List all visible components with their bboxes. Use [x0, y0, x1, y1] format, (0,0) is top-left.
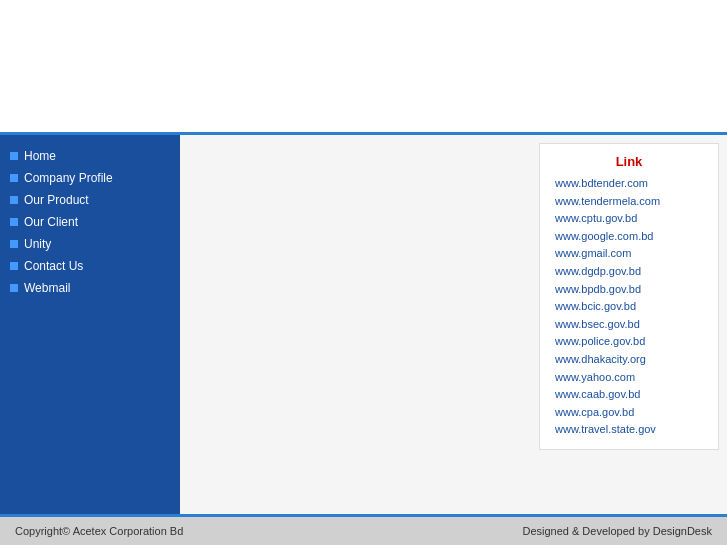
- links-section: Link www.bdtender.comwww.tendermela.comw…: [539, 143, 719, 450]
- links-list: www.bdtender.comwww.tendermela.comwww.cp…: [555, 175, 703, 439]
- external-link[interactable]: www.bsec.gov.bd: [555, 316, 703, 334]
- external-link[interactable]: www.travel.state.gov: [555, 421, 703, 439]
- sidebar-item-webmail[interactable]: Webmail: [0, 277, 180, 299]
- external-link[interactable]: www.tendermela.com: [555, 193, 703, 211]
- sidebar-item-label: Our Product: [24, 193, 89, 207]
- external-link[interactable]: www.yahoo.com: [555, 369, 703, 387]
- sidebar-item-label: Unity: [24, 237, 51, 251]
- main-area: HomeCompany ProfileOur ProductOur Client…: [0, 135, 727, 514]
- external-link[interactable]: www.bdtender.com: [555, 175, 703, 193]
- external-link[interactable]: www.cptu.gov.bd: [555, 210, 703, 228]
- external-link[interactable]: www.gmail.com: [555, 245, 703, 263]
- sidebar-item-contact-us[interactable]: Contact Us: [0, 255, 180, 277]
- external-link[interactable]: www.police.gov.bd: [555, 333, 703, 351]
- external-link[interactable]: www.google.com.bd: [555, 228, 703, 246]
- sidebar-item-label: Our Client: [24, 215, 78, 229]
- external-link[interactable]: www.bpdb.gov.bd: [555, 281, 703, 299]
- external-link[interactable]: www.bcic.gov.bd: [555, 298, 703, 316]
- sidebar-bullet-icon: [10, 240, 18, 248]
- center-content: [180, 135, 507, 514]
- sidebar-bullet-icon: [10, 262, 18, 270]
- sidebar-bullet-icon: [10, 218, 18, 226]
- sidebar-item-unity[interactable]: Unity: [0, 233, 180, 255]
- sidebar-item-label: Company Profile: [24, 171, 113, 185]
- sidebar-item-label: Webmail: [24, 281, 70, 295]
- sidebar-item-home[interactable]: Home: [0, 145, 180, 167]
- sidebar-item-our-client[interactable]: Our Client: [0, 211, 180, 233]
- external-link[interactable]: www.caab.gov.bd: [555, 386, 703, 404]
- links-title: Link: [555, 154, 703, 169]
- external-link[interactable]: www.cpa.gov.bd: [555, 404, 703, 422]
- footer: Copyright© Acetex Corporation Bd Designe…: [0, 514, 727, 545]
- sidebar-item-our-product[interactable]: Our Product: [0, 189, 180, 211]
- sidebar: HomeCompany ProfileOur ProductOur Client…: [0, 135, 180, 514]
- external-link[interactable]: www.dhakacity.org: [555, 351, 703, 369]
- page-wrapper: HomeCompany ProfileOur ProductOur Client…: [0, 0, 727, 545]
- footer-copyright: Copyright© Acetex Corporation Bd: [15, 525, 183, 537]
- sidebar-item-label: Home: [24, 149, 56, 163]
- sidebar-bullet-icon: [10, 174, 18, 182]
- sidebar-bullet-icon: [10, 284, 18, 292]
- footer-credit: Designed & Developed by DesignDesk: [522, 525, 712, 537]
- sidebar-bullet-icon: [10, 152, 18, 160]
- sidebar-item-company-profile[interactable]: Company Profile: [0, 167, 180, 189]
- sidebar-item-label: Contact Us: [24, 259, 83, 273]
- right-panel: Link www.bdtender.comwww.tendermela.comw…: [507, 135, 727, 514]
- external-link[interactable]: www.dgdp.gov.bd: [555, 263, 703, 281]
- sidebar-bullet-icon: [10, 196, 18, 204]
- top-banner: [0, 0, 727, 135]
